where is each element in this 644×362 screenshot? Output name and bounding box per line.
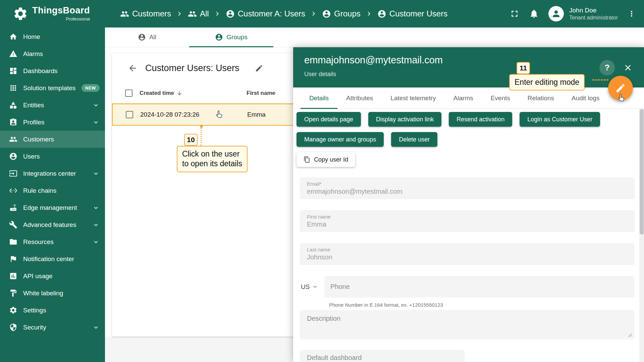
first-name-field[interactable]: First name Emma [300,210,635,232]
paint-icon [9,289,17,297]
sidebar-item-dashboards[interactable]: Dashboards [0,62,105,79]
breadcrumb: Customers All Customer A: Users Groups C… [120,9,447,18]
sidebar-item-edge-management[interactable]: Edge management [0,199,105,216]
open-details-page-button[interactable]: Open details page [297,112,361,127]
sidebar-item-rule-chains[interactable]: Rule chains [0,182,105,199]
callout-11-connector [592,79,608,80]
description-placeholder: Description [300,310,635,322]
sidebar-item-label: Notification center [23,255,74,263]
sidebar-item-settings[interactable]: Settings [0,302,105,319]
back-arrow-icon[interactable] [128,63,138,73]
description-field[interactable]: Description [300,310,635,340]
edit-fab-button[interactable] [608,76,633,101]
tab-latest-telemetry[interactable]: Latest telemetry [382,87,444,109]
sidebar-item-entities[interactable]: Entities [0,97,105,114]
sidebar-item-solution-templates[interactable]: Solution templates NEW [0,79,105,97]
callout-11-number: 11 [517,62,530,74]
sidebar-item-label: Resources [23,238,54,246]
breadcrumb-customer-users[interactable]: Customer Users [377,9,447,18]
phone-hint: Phone Number in E.164 format, ex. +12015… [329,302,443,308]
sidebar-item-security[interactable]: Security [0,319,105,336]
display-activation-link-button[interactable]: Display activation link [368,112,441,127]
sidebar-item-label: Dashboards [23,67,57,75]
email-field[interactable]: Email* emmajohnson@mytestmail.com [300,177,635,199]
callout-10-connector [201,128,202,146]
router-icon [9,203,17,212]
country-code-select[interactable]: US [301,276,318,298]
resize-handle-icon[interactable] [628,333,632,338]
tab-label: Groups [226,34,247,41]
chevron-down-icon [92,324,100,331]
copy-icon [304,156,310,163]
last-name-label: Last name [300,243,635,252]
sidebar-item-resources[interactable]: Resources [0,233,105,250]
tab-audit-logs[interactable]: Audit logs [563,87,608,109]
manage-owner-and-groups-button[interactable]: Manage owner and groups [297,132,384,147]
email-label: Email* [300,177,635,187]
sidebar-item-advanced-features[interactable]: Advanced features [0,216,105,233]
scrollbar-thumb[interactable] [640,109,644,235]
account-circle-icon [226,9,235,18]
breadcrumb-label: All [200,9,209,18]
tab-relations[interactable]: Relations [519,87,563,109]
sidebar-item-users[interactable]: Users [0,148,105,165]
row-checkbox[interactable] [126,111,133,118]
delete-user-button[interactable]: Delete user [391,132,437,147]
phone-field[interactable] [324,276,635,298]
sidebar-item-white-labeling[interactable]: White labeling [0,285,105,302]
sidebar-item-integrations-center[interactable]: Integrations center [0,165,105,182]
sidebar-item-label: Integrations center [23,170,76,177]
group-icon [120,9,129,18]
default-dashboard-field[interactable]: Default dashboard [300,350,465,362]
select-all-checkbox[interactable] [125,89,132,97]
question-mark-icon: ? [605,63,610,72]
notifications-bell-icon[interactable] [529,9,539,19]
sidebar-item-notification-center[interactable]: Notification center [0,250,105,267]
column-header-first-name[interactable]: First name [247,90,275,97]
help-button[interactable]: ? [599,60,615,75]
fullscreen-icon[interactable] [509,9,520,19]
resend-activation-button[interactable]: Resend activation [449,112,512,127]
sidebar-item-label: Profiles [23,119,44,126]
tab-alarms[interactable]: Alarms [445,87,482,109]
breadcrumb-customer-a-users[interactable]: Customer A: Users [226,9,305,18]
user-role: Tenant administrator [569,14,618,21]
sidebar-item-label: Edge management [23,204,77,212]
breadcrumb-label: Customer Users [389,9,447,18]
phone-input[interactable] [324,276,635,298]
last-name-field[interactable]: Last name Johnson [300,243,635,265]
sidebar-item-label: White labeling [23,290,63,297]
sidebar-item-label: Security [23,324,46,331]
breadcrumb-groups[interactable]: Groups [322,9,361,18]
app-logo[interactable]: ThingsBoard Professional [0,6,105,21]
tab-events[interactable]: Events [482,87,519,109]
sidebar-item-label: API usage [23,273,53,280]
column-header-created-time[interactable]: Created time [140,90,182,97]
tab-details[interactable]: Details [301,87,337,109]
chevron-right-icon [175,10,183,18]
breadcrumb-all[interactable]: All [188,9,209,18]
sidebar-item-customers[interactable]: Customers [0,131,105,148]
close-icon[interactable] [623,63,633,72]
user-avatar[interactable] [548,6,564,21]
callout-11-text: Enter editing mode [509,74,585,90]
group-icon [188,9,197,18]
edit-pencil-icon[interactable] [255,64,263,72]
rule-chain-icon [9,186,17,195]
sidebar-item-api-usage[interactable]: API usage [0,267,105,285]
callout-10-text: Click on the user to open its details [177,146,248,172]
breadcrumb-customers[interactable]: Customers [120,9,171,18]
more-vertical-icon[interactable] [627,9,636,18]
tab-all[interactable]: All [105,27,189,47]
sidebar-item-profiles[interactable]: Profiles [0,114,105,131]
tab-label: All [149,34,156,41]
copy-user-id-button[interactable]: Copy user Id [297,152,355,167]
tab-groups[interactable]: Groups [189,27,273,47]
sidebar-item-home[interactable]: Home [0,28,105,45]
login-as-customer-user-button[interactable]: Login as Customer User [520,112,600,127]
callout-10-line2: to open its details [182,159,242,168]
details-subtitle: User details [304,71,336,78]
tab-attributes[interactable]: Attributes [337,87,382,109]
sidebar-item-alarms[interactable]: Alarms [0,45,105,62]
column-label: Created time [140,90,174,97]
